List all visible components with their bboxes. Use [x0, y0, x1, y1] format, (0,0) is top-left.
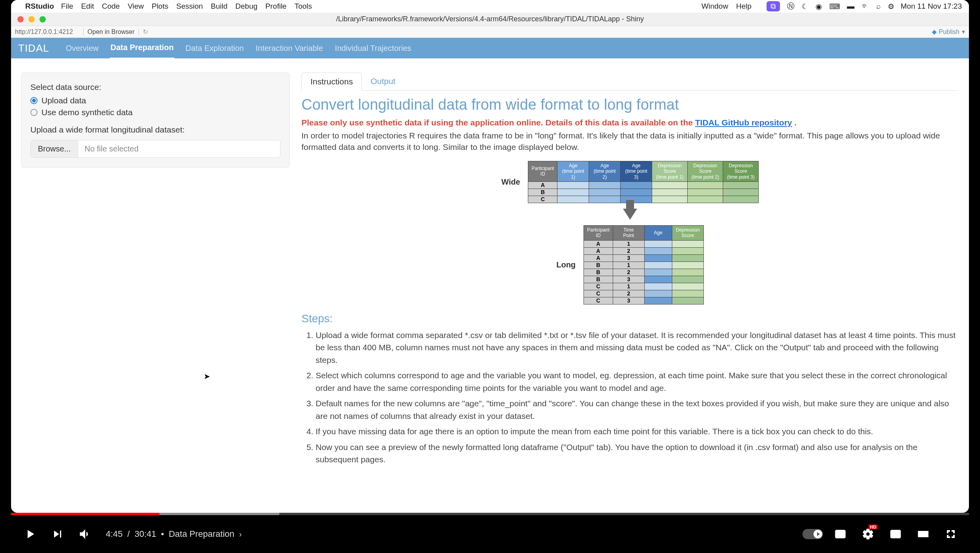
next-button[interactable] — [47, 523, 69, 545]
menu-window[interactable]: Window — [701, 2, 728, 11]
step-item: Upload a wide format comma separated *.c… — [316, 329, 959, 366]
settings-button[interactable]: HD — [858, 524, 878, 544]
menu-build[interactable]: Build — [211, 2, 227, 11]
progress-bar[interactable] — [11, 513, 969, 515]
menubar-datetime[interactable]: Mon 11 Nov 17:23 — [901, 2, 962, 11]
upload-label: Upload a wide format longitudinal datase… — [30, 125, 281, 135]
volume-button[interactable] — [74, 523, 96, 545]
wide-long-diagram: Wide Participant IDAge (time point 1)Age… — [301, 161, 959, 305]
step-item: Default names for the new columns are "a… — [316, 397, 959, 422]
shiny-url: http://127.0.0.1:4212 — [15, 28, 73, 35]
menu-edit[interactable]: Edit — [81, 2, 94, 11]
step-item: Now you can see a preview of the newly f… — [316, 441, 959, 466]
theater-button[interactable] — [913, 524, 933, 544]
keyboard-icon[interactable]: ⌨ — [829, 2, 840, 11]
wide-label: Wide — [501, 177, 520, 187]
open-browser-button[interactable]: Open in Browser — [88, 28, 135, 35]
screen-record-icon[interactable]: ⧉ — [767, 1, 780, 11]
radio-icon — [30, 97, 37, 104]
github-link[interactable]: TIDAL GitHub repository — [695, 118, 792, 127]
progress-played — [11, 513, 159, 515]
notion-icon[interactable]: Ⓝ — [787, 1, 795, 11]
menu-view[interactable]: View — [128, 2, 144, 11]
menu-code[interactable]: Code — [102, 2, 120, 11]
nav-data-exploration[interactable]: Data Exploration — [185, 38, 245, 58]
mac-menubar: RStudio File Edit Code View Plots Sessio… — [11, 0, 969, 13]
maximize-window-button[interactable] — [39, 16, 46, 22]
warning-text: Please only use synthetic data if using … — [301, 118, 959, 127]
app-brand[interactable]: TIDAL — [18, 42, 49, 54]
refresh-icon[interactable]: ↻ — [143, 28, 148, 35]
fullscreen-button[interactable] — [941, 524, 961, 544]
description-text: In order to model trajectories R require… — [301, 130, 959, 153]
window-titlebar: /Library/Frameworks/R.framework/Versions… — [11, 13, 969, 26]
video-player-controls: 4:45/30:41 • Data Preparation › CC HD — [11, 513, 969, 553]
play-button[interactable] — [19, 523, 41, 545]
minimize-window-button[interactable] — [28, 16, 35, 22]
publish-button[interactable]: ◆ Publish ▾ — [932, 28, 965, 35]
menu-session[interactable]: Session — [176, 2, 203, 11]
time-display: 4:45/30:41 • Data Preparation › — [106, 529, 242, 539]
miniplayer-button[interactable] — [885, 524, 906, 544]
page-heading: Convert longitudinal data from wide form… — [301, 96, 959, 113]
chapter-name[interactable]: Data Preparation — [169, 529, 234, 539]
menu-profile[interactable]: Profile — [266, 2, 287, 11]
tab-instructions[interactable]: Instructions — [301, 73, 362, 91]
tabset: Instructions Output — [301, 73, 959, 91]
nav-overview[interactable]: Overview — [65, 38, 99, 58]
file-status: No file selected — [78, 140, 145, 157]
svg-rect-4 — [918, 531, 928, 536]
battery-icon[interactable]: ▬ — [847, 2, 855, 11]
main-panel: Instructions Output Convert longitudinal… — [301, 73, 959, 469]
menu-help[interactable]: Help — [736, 2, 752, 11]
tab-output[interactable]: Output — [362, 73, 404, 90]
search-icon[interactable]: ⌕ — [876, 2, 881, 11]
browse-button[interactable]: Browse... — [31, 140, 78, 157]
long-table: ParticipantIDTimePointAgeDepressionScore… — [584, 225, 704, 305]
nav-data-preparation[interactable]: Data Preparation — [110, 37, 174, 59]
svg-text:CC: CC — [837, 532, 844, 537]
moon-icon[interactable]: ☾ — [802, 2, 808, 11]
close-window-button[interactable] — [17, 16, 24, 22]
step-item: Select which columns correspond to age a… — [316, 369, 959, 394]
nav-individual-trajectories[interactable]: Individual Trajectories — [334, 38, 412, 58]
wifi-icon[interactable]: ᯤ — [862, 2, 869, 11]
autoplay-toggle[interactable] — [802, 524, 823, 544]
record-icon[interactable]: ◉ — [815, 2, 822, 11]
nav-interaction-variable[interactable]: Interaction Variable — [255, 38, 324, 58]
wide-table: Participant IDAge (time point 1)Age (tim… — [528, 161, 759, 203]
menu-tools[interactable]: Tools — [294, 2, 312, 11]
radio-demo-data[interactable]: Use demo synthetic data — [30, 108, 281, 117]
sidebar-panel: Select data source: Upload data Use demo… — [21, 73, 290, 168]
arrow-down-icon — [623, 209, 637, 220]
window-title: /Library/Frameworks/R.framework/Versions… — [336, 15, 644, 23]
step-item: If you have missing data for age there i… — [316, 425, 959, 438]
menu-plots[interactable]: Plots — [151, 2, 168, 11]
menu-file[interactable]: File — [61, 2, 73, 11]
radio-icon — [30, 109, 37, 116]
svg-rect-3 — [896, 534, 899, 537]
menu-debug[interactable]: Debug — [236, 2, 258, 11]
rstudio-toolbar: http://127.0.0.1:4212 Open in Browser ↻ … — [11, 26, 969, 38]
steps-list: Upload a wide format comma separated *.c… — [301, 329, 959, 466]
control-center-icon[interactable]: ⚙ — [888, 2, 894, 11]
chevron-right-icon[interactable]: › — [239, 530, 242, 539]
radio-upload-data[interactable]: Upload data — [30, 96, 281, 105]
data-source-label: Select data source: — [30, 82, 281, 92]
steps-heading: Steps: — [301, 312, 959, 325]
captions-button[interactable]: CC — [830, 524, 851, 544]
file-input[interactable]: Browse... No file selected — [30, 140, 281, 158]
menubar-app-name[interactable]: RStudio — [25, 2, 54, 11]
app-navbar: TIDAL Overview Data Preparation Data Exp… — [11, 38, 969, 58]
long-label: Long — [556, 260, 576, 269]
